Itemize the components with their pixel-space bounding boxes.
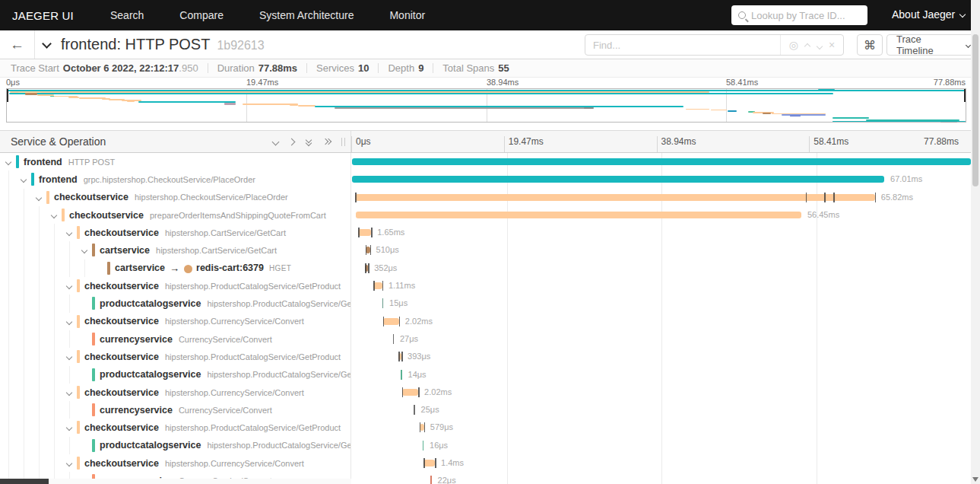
- span-bar-row[interactable]: 2.02ms: [352, 313, 971, 330]
- tree-row[interactable]: checkoutservicehipstershop.CheckoutServi…: [0, 189, 350, 206]
- span-bar-row[interactable]: 352μs: [352, 260, 971, 277]
- span-bar-row[interactable]: 1.11ms: [352, 277, 971, 295]
- back-button[interactable]: ←: [0, 30, 35, 59]
- tree-row[interactable]: checkoutservicehipstershop.ProductCatalo…: [0, 419, 350, 436]
- span-duration-bar[interactable]: [356, 212, 801, 218]
- span-duration-bar[interactable]: [383, 318, 399, 325]
- row-expand-chevron-icon[interactable]: [51, 212, 57, 218]
- nav-item-system-architecture[interactable]: System Architecture: [259, 9, 354, 21]
- tree-row[interactable]: productcatalogservicehipstershop.Product…: [0, 366, 350, 384]
- span-log-tick: [435, 458, 436, 468]
- span-duration-bar[interactable]: [358, 229, 371, 236]
- tree-row[interactable]: productcatalogservicehipstershop.Product…: [0, 437, 350, 454]
- row-expand-chevron-icon[interactable]: [5, 159, 11, 165]
- indent-guide: [39, 419, 40, 436]
- indent-guide: [39, 206, 40, 224]
- span-bar-row[interactable]: 1.4ms: [352, 454, 971, 472]
- total-spans-label: Total Spans: [442, 62, 494, 74]
- collapse-one-icon[interactable]: [272, 138, 280, 145]
- collapse-all-icon[interactable]: [305, 138, 312, 145]
- span-bar-row[interactable]: 1.65ms: [352, 224, 971, 241]
- tree-row[interactable]: checkoutservicehipstershop.CartService/G…: [0, 224, 350, 241]
- service-color-bar: [31, 173, 34, 186]
- tree-row[interactable]: productcatalogservicehipstershop.Product…: [0, 295, 350, 312]
- nav-item-monitor[interactable]: Monitor: [389, 9, 425, 21]
- span-duration-bar[interactable]: [423, 460, 435, 466]
- span-bar-row[interactable]: 16μs: [352, 437, 971, 454]
- tree-row[interactable]: frontendHTTP POST: [0, 153, 350, 170]
- tree-row[interactable]: checkoutservicehipstershop.CurrencyServi…: [0, 313, 350, 330]
- span-log-tick: [806, 193, 807, 202]
- row-expand-chevron-icon[interactable]: [66, 230, 72, 236]
- indent-guide: [39, 260, 40, 277]
- minimap-left-scrubber[interactable]: [7, 89, 8, 102]
- clear-find-icon[interactable]: ×: [829, 40, 835, 50]
- span-bar-row[interactable]: 510μs: [352, 241, 971, 259]
- row-expand-chevron-icon[interactable]: [21, 177, 27, 183]
- expand-all-icon[interactable]: [323, 138, 331, 145]
- span-bar-row[interactable]: 27μs: [352, 330, 971, 348]
- tree-row[interactable]: checkoutservicehipstershop.CurrencyServi…: [0, 384, 350, 401]
- row-expand-chevron-icon[interactable]: [66, 425, 72, 431]
- tree-row[interactable]: checkoutservicehipstershop.CurrencyServi…: [0, 454, 350, 472]
- span-bar-row[interactable]: 67.01ms: [352, 170, 971, 188]
- span-duration-bar[interactable]: [355, 194, 875, 201]
- span-duration-bar[interactable]: [352, 176, 884, 183]
- tree-row[interactable]: cartservicehipstershop.CartService/GetCa…: [0, 241, 350, 259]
- row-expand-chevron-icon[interactable]: [66, 460, 72, 466]
- span-bar-row[interactable]: 15μs: [352, 295, 971, 312]
- row-expand-chevron-icon[interactable]: [66, 318, 72, 324]
- tree-row[interactable]: cartservice→redis-cart:6379HGET: [0, 260, 350, 277]
- trace-collapse-chevron-icon[interactable]: [42, 39, 52, 49]
- span-bar-row[interactable]: 56.45ms: [352, 206, 971, 224]
- tree-horizontal-scrollbar[interactable]: [0, 479, 351, 484]
- focus-match-icon[interactable]: ◎: [789, 40, 798, 50]
- nav-item-search[interactable]: Search: [110, 9, 144, 21]
- indent-guide: [24, 295, 24, 312]
- trace-id-lookup-input[interactable]: Lookup by Trace ID...: [731, 5, 867, 25]
- span-log-tick: [418, 387, 420, 397]
- tree-row[interactable]: frontendgrpc.hipstershop.CheckoutService…: [0, 170, 350, 188]
- span-bar-row[interactable]: [352, 153, 971, 170]
- span-duration-bar[interactable]: [402, 389, 418, 396]
- indent-guide: [8, 224, 9, 241]
- tree-row[interactable]: checkoutserviceprepareOrderItemsAndShipp…: [0, 206, 350, 224]
- minimap-right-scrubber[interactable]: [964, 89, 966, 102]
- next-match-icon[interactable]: [816, 43, 822, 49]
- row-expand-chevron-icon[interactable]: [66, 283, 72, 289]
- row-expand-chevron-icon[interactable]: [36, 194, 42, 200]
- timeline-tick: 58.41ms: [809, 136, 848, 152]
- row-expand-chevron-icon[interactable]: [81, 247, 87, 253]
- column-resizer-handle[interactable]: [341, 138, 345, 146]
- expand-one-icon[interactable]: [288, 138, 296, 145]
- span-bar-row[interactable]: 579μs: [352, 419, 971, 436]
- vertical-scrollbar[interactable]: [971, 0, 980, 484]
- span-bar-row[interactable]: 22μs: [352, 472, 971, 484]
- tree-row[interactable]: currencyserviceCurrencyService/Convert: [0, 330, 350, 348]
- span-bar-row[interactable]: 65.82ms: [352, 189, 971, 206]
- tree-row[interactable]: checkoutservicehipstershop.ProductCatalo…: [0, 348, 350, 365]
- keyboard-shortcuts-button[interactable]: ⌘: [857, 34, 883, 56]
- about-jaeger-menu[interactable]: About Jaeger: [892, 8, 965, 21]
- tree-row[interactable]: currencyserviceCurrencyService/Convert: [0, 401, 350, 419]
- row-expand-chevron-icon[interactable]: [66, 354, 72, 360]
- span-bar-row[interactable]: 25μs: [352, 401, 971, 419]
- indent-guide: [8, 295, 9, 312]
- find-input[interactable]: Find...: [585, 35, 781, 55]
- span-duration-bar[interactable]: [352, 158, 971, 165]
- app-logo[interactable]: JAEGER UI: [12, 9, 74, 22]
- span-bar-row[interactable]: 393μs: [352, 348, 971, 365]
- prev-match-icon[interactable]: [804, 43, 810, 49]
- span-bar-row[interactable]: 2.02ms: [352, 384, 971, 401]
- scrollbar-thumb[interactable]: [0, 479, 49, 484]
- trace-view-selector[interactable]: Trace Timeline: [886, 34, 980, 56]
- service-color-bar: [92, 297, 95, 310]
- row-expand-chevron-icon[interactable]: [66, 390, 72, 396]
- span-duration-bar[interactable]: [373, 282, 382, 289]
- trace-minimap[interactable]: [6, 88, 966, 123]
- scroll-down-arrow-icon[interactable]: [972, 477, 978, 482]
- scrollbar-thumb[interactable]: [972, 34, 978, 186]
- nav-item-compare[interactable]: Compare: [179, 9, 224, 21]
- span-bar-row[interactable]: 14μs: [352, 366, 971, 384]
- tree-row[interactable]: checkoutservicehipstershop.ProductCatalo…: [0, 277, 350, 295]
